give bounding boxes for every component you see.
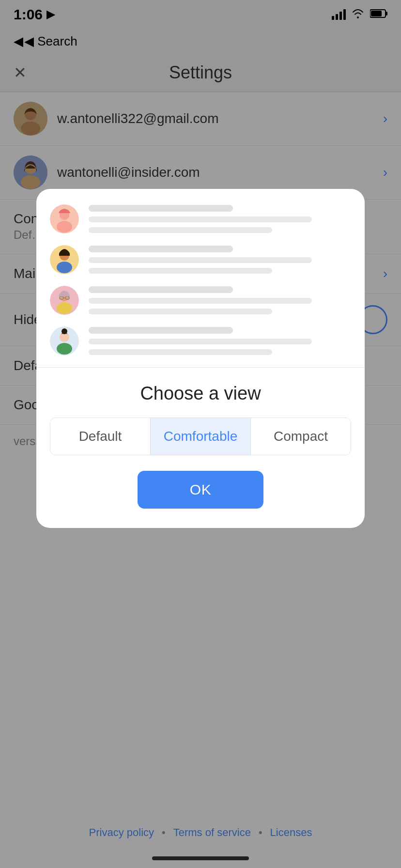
line-4a [89,327,233,334]
preview-lines-1 [89,205,351,233]
preview-lines-4 [89,327,351,355]
preview-lines-2 [89,246,351,274]
line-2b [89,257,312,263]
svg-point-25 [57,343,72,355]
preview-lines-3 [89,286,351,314]
svg-point-18 [57,302,72,314]
view-option-compact[interactable]: Compact [251,418,351,455]
line-2c [89,268,272,274]
line-2a [89,246,233,252]
preview-list [36,189,365,368]
view-option-default[interactable]: Default [50,418,151,455]
preview-item-1 [50,204,351,233]
preview-item-4 [50,326,351,356]
svg-point-11 [57,221,72,232]
preview-item-2 [50,245,351,274]
svg-point-15 [57,262,72,273]
svg-point-26 [62,328,67,334]
preview-item-3 [50,286,351,315]
view-option-comfortable[interactable]: Comfortable [151,418,251,455]
line-3c [89,309,272,314]
choose-view-dialog: Choose a view Default Comfortable Compac… [36,189,365,528]
ok-button[interactable]: OK [138,471,263,509]
line-1a [89,205,233,212]
line-3b [89,298,312,304]
line-3a [89,286,233,293]
line-4b [89,339,312,344]
line-4c [89,349,272,355]
view-selector: Default Comfortable Compact [50,418,351,455]
line-1b [89,217,312,222]
line-1c [89,227,272,233]
dialog-title: Choose a view [36,368,365,418]
